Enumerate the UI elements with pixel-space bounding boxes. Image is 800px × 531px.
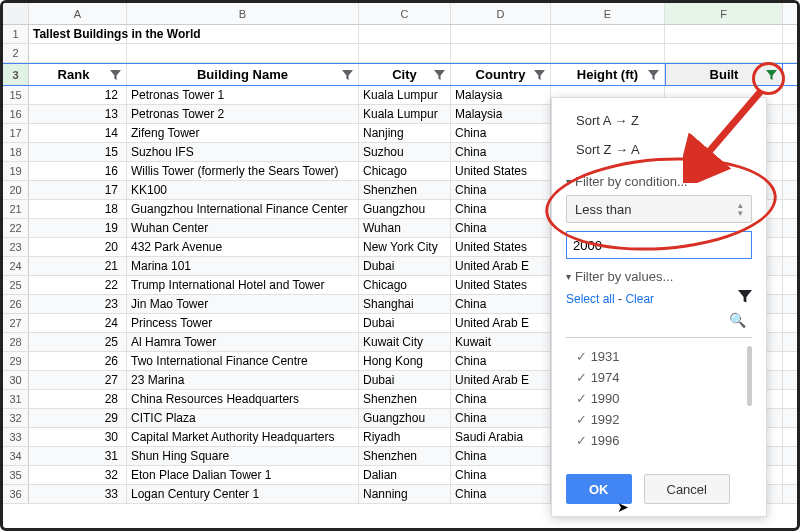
row-number[interactable]: 33	[3, 428, 29, 446]
cell-building[interactable]: Princess Tower	[127, 314, 359, 332]
cell-city[interactable]: Nanjing	[359, 124, 451, 142]
col-header-a[interactable]: A	[29, 3, 127, 24]
filter-icon[interactable]	[432, 68, 446, 82]
condition-value-input[interactable]	[566, 231, 752, 259]
funnel-icon[interactable]	[738, 290, 752, 307]
row-number[interactable]: 17	[3, 124, 29, 142]
cell-rank[interactable]: 27	[29, 371, 127, 389]
value-item[interactable]: 1996	[566, 430, 752, 451]
cell-building[interactable]: Trump International Hotel and Tower	[127, 276, 359, 294]
row-number[interactable]: 16	[3, 105, 29, 123]
header-country[interactable]: Country	[451, 64, 551, 85]
cell-building[interactable]: Guangzhou International Finance Center	[127, 200, 359, 218]
cell-city[interactable]: Guangzhou	[359, 409, 451, 427]
cell-city[interactable]: Suzhou	[359, 143, 451, 161]
cell-building[interactable]: CITIC Plaza	[127, 409, 359, 427]
cell-rank[interactable]: 15	[29, 143, 127, 161]
cell-country[interactable]: China	[451, 200, 551, 218]
cell-country[interactable]: United States	[451, 276, 551, 294]
cell-country[interactable]: Kuwait	[451, 333, 551, 351]
cell-city[interactable]: Kuala Lumpur	[359, 105, 451, 123]
row-number[interactable]: 3	[3, 64, 29, 85]
cell-country[interactable]: China	[451, 219, 551, 237]
filter-icon[interactable]	[646, 68, 660, 82]
cell-rank[interactable]: 23	[29, 295, 127, 313]
cell-city[interactable]: Dubai	[359, 314, 451, 332]
cell-country[interactable]: Saudi Arabia	[451, 428, 551, 446]
cell-building[interactable]: Jin Mao Tower	[127, 295, 359, 313]
col-header-b[interactable]: B	[127, 3, 359, 24]
cancel-button[interactable]: Cancel	[644, 474, 730, 504]
cell-rank[interactable]: 31	[29, 447, 127, 465]
row-number[interactable]: 27	[3, 314, 29, 332]
cell-city[interactable]: Nanning	[359, 485, 451, 503]
values-list[interactable]: 19311974199019921996	[566, 346, 752, 456]
row-number[interactable]: 2	[3, 44, 29, 62]
cell-rank[interactable]: 20	[29, 238, 127, 256]
row-number[interactable]: 26	[3, 295, 29, 313]
cell-city[interactable]: Wuhan	[359, 219, 451, 237]
cell-country[interactable]: United States	[451, 238, 551, 256]
cell-rank[interactable]: 18	[29, 200, 127, 218]
row-number[interactable]: 34	[3, 447, 29, 465]
cell-rank[interactable]: 17	[29, 181, 127, 199]
col-header-e[interactable]: E	[551, 3, 665, 24]
value-item[interactable]: 1931	[566, 346, 752, 367]
header-rank[interactable]: Rank	[29, 64, 127, 85]
row-number[interactable]: 30	[3, 371, 29, 389]
col-header-c[interactable]: C	[359, 3, 451, 24]
row-number[interactable]: 20	[3, 181, 29, 199]
cell-city[interactable]: Dalian	[359, 466, 451, 484]
cell-country[interactable]: China	[451, 143, 551, 161]
row-number[interactable]: 36	[3, 485, 29, 503]
filter-icon[interactable]	[340, 68, 354, 82]
cell-country[interactable]: China	[451, 181, 551, 199]
sort-az[interactable]: Sort A → Z	[566, 106, 752, 135]
cell-building[interactable]: Zifeng Tower	[127, 124, 359, 142]
cell-building[interactable]: Logan Century Center 1	[127, 485, 359, 503]
filter-icon[interactable]	[764, 68, 778, 82]
cell-city[interactable]: New York City	[359, 238, 451, 256]
cell-country[interactable]: United Arab E	[451, 314, 551, 332]
cell-building[interactable]: Al Hamra Tower	[127, 333, 359, 351]
cell-building[interactable]: Shun Hing Square	[127, 447, 359, 465]
header-height[interactable]: Height (ft)	[551, 64, 665, 85]
row-number[interactable]: 25	[3, 276, 29, 294]
cell-building[interactable]: KK100	[127, 181, 359, 199]
clear-link[interactable]: Clear	[625, 292, 654, 306]
cell-country[interactable]: Malaysia	[451, 86, 551, 104]
value-item[interactable]: 1990	[566, 388, 752, 409]
cell-rank[interactable]: 12	[29, 86, 127, 104]
col-header-d[interactable]: D	[451, 3, 551, 24]
filter-icon[interactable]	[532, 68, 546, 82]
cell-country[interactable]: China	[451, 124, 551, 142]
row-number[interactable]: 24	[3, 257, 29, 275]
row-number[interactable]: 15	[3, 86, 29, 104]
cell-city[interactable]: Shenzhen	[359, 447, 451, 465]
cell-city[interactable]: Kuala Lumpur	[359, 86, 451, 104]
cell-city[interactable]: Shenzhen	[359, 181, 451, 199]
cell-city[interactable]: Shanghai	[359, 295, 451, 313]
cell-rank[interactable]: 16	[29, 162, 127, 180]
cell-building[interactable]: Two International Finance Centre	[127, 352, 359, 370]
row-number[interactable]: 28	[3, 333, 29, 351]
cell-rank[interactable]: 19	[29, 219, 127, 237]
ok-button[interactable]: OK	[566, 474, 632, 504]
sheet-title[interactable]: Tallest Buildings in the World	[29, 25, 359, 43]
cell-city[interactable]: Dubai	[359, 257, 451, 275]
cell-rank[interactable]: 22	[29, 276, 127, 294]
cell-country[interactable]: China	[451, 295, 551, 313]
cell-building[interactable]: Willis Tower (formerly the Sears Tower)	[127, 162, 359, 180]
col-header-f[interactable]: F	[665, 3, 783, 24]
row-number[interactable]: 22	[3, 219, 29, 237]
value-item[interactable]: 1974	[566, 367, 752, 388]
cell-building[interactable]: Wuhan Center	[127, 219, 359, 237]
cell-rank[interactable]: 24	[29, 314, 127, 332]
cell-country[interactable]: United Arab E	[451, 257, 551, 275]
cell-country[interactable]: China	[451, 485, 551, 503]
row-number[interactable]: 1	[3, 25, 29, 43]
cell-rank[interactable]: 32	[29, 466, 127, 484]
row-number[interactable]: 18	[3, 143, 29, 161]
cell-country[interactable]: China	[451, 447, 551, 465]
row-number[interactable]: 32	[3, 409, 29, 427]
